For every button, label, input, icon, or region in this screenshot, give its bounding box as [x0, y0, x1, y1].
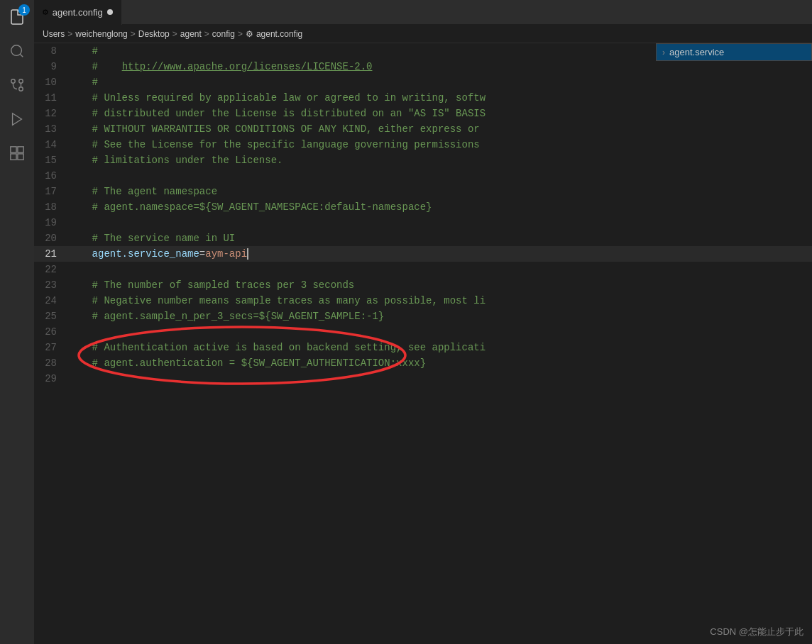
line-number-15: 15 [34, 152, 68, 168]
line-content-19 [68, 215, 812, 231]
line-content-28: # agent.authentication = ${SW_AGENT_AUTH… [68, 355, 812, 371]
svg-line-1 [20, 54, 23, 57]
line-content-12: # distributed under the License is distr… [68, 106, 812, 121]
line-number-8: 8 [34, 43, 68, 59]
breadcrumb: Users > weichenglong > Desktop > agent >… [34, 25, 812, 43]
editor-content[interactable]: › agent.service 8 # 9 # http://www.apach… [34, 43, 812, 644]
line-number-10: 10 [34, 74, 68, 90]
tab-gear-icon: ⚙ [43, 6, 48, 18]
table-row: 28 # agent.authentication = ${SW_AGENT_A… [34, 355, 812, 371]
breadcrumb-sep1: > [67, 29, 72, 39]
line-number-13: 13 [34, 121, 68, 137]
line-number-24: 24 [34, 293, 68, 309]
table-row: 14 # See the License for the specific la… [34, 137, 812, 152]
table-row: 15 # limitations under the License. [34, 152, 812, 168]
table-row: 21 agent.service_name=aym-api [34, 246, 812, 262]
svg-rect-8 [18, 147, 23, 152]
line-number-29: 29 [34, 371, 68, 387]
activity-extensions[interactable] [0, 136, 34, 170]
table-row: 25 # agent.sample_n_per_3_secs=${SW_AGEN… [34, 309, 812, 324]
autocomplete-label: agent.service [669, 47, 724, 57]
breadcrumb-desktop[interactable]: Desktop [138, 29, 170, 39]
activity-run[interactable] [0, 102, 34, 136]
extensions-icon [9, 145, 26, 162]
table-row: 12 # distributed under the License is di… [34, 106, 812, 121]
line-content-24: # Negative number means sample traces as… [68, 293, 812, 309]
svg-point-0 [11, 45, 22, 56]
table-row: 13 # WITHOUT WARRANTIES OR CONDITIONS OF… [34, 121, 812, 137]
breadcrumb-sep2: > [131, 29, 136, 39]
svg-point-2 [11, 79, 16, 84]
line-content-16 [68, 168, 812, 184]
line-number-18: 18 [34, 199, 68, 215]
activity-files[interactable]: 1 [0, 0, 34, 34]
line-content-9: # http://www.apache.org/licenses/LICENSE… [68, 59, 812, 74]
table-row: 19 [34, 215, 812, 231]
line-number-20: 20 [34, 231, 68, 246]
line-number-26: 26 [34, 324, 68, 340]
line-content-27: # Authentication active is based on back… [68, 340, 812, 355]
line-content-25: # agent.sample_n_per_3_secs=${SW_AGENT_S… [68, 309, 812, 324]
line-content-20: # The service name in UI [68, 231, 812, 246]
line-number-11: 11 [34, 90, 68, 106]
autocomplete-dropdown[interactable]: › agent.service [656, 43, 812, 61]
table-row: 10 # [34, 74, 812, 90]
table-row: 27 # Authentication active is based on b… [34, 340, 812, 355]
editor-area: ⚙ agent.config Users > weichenglong > De… [34, 0, 812, 644]
breadcrumb-sep4: > [204, 29, 209, 39]
table-row: 11 # Unless required by applicable law o… [34, 90, 812, 106]
breadcrumb-config[interactable]: config [212, 29, 235, 39]
line-content-17: # The agent namespace [68, 184, 812, 199]
tab-agent-config[interactable]: ⚙ agent.config [34, 0, 122, 25]
line-content-11: # Unless required by applicable law or a… [68, 90, 812, 106]
line-number-9: 9 [34, 59, 68, 74]
breadcrumb-sep3: > [172, 29, 177, 39]
search-icon [9, 43, 26, 60]
csdn-watermark: CSDN @怎能止步于此 [710, 626, 803, 638]
activity-source-control[interactable] [0, 68, 34, 102]
breadcrumb-users[interactable]: Users [43, 29, 65, 39]
tab-title: agent.config [53, 7, 103, 18]
breadcrumb-weichenglong[interactable]: weichenglong [75, 29, 127, 39]
line-number-17: 17 [34, 184, 68, 199]
line-number-28: 28 [34, 355, 68, 371]
badge-count: 1 [18, 4, 30, 16]
activity-search[interactable] [0, 34, 34, 68]
line-content-26 [68, 324, 812, 340]
svg-marker-6 [13, 113, 22, 126]
breadcrumb-file[interactable]: agent.config [256, 29, 302, 39]
svg-point-3 [19, 87, 23, 91]
table-row: 22 [34, 262, 812, 277]
autocomplete-item[interactable]: › agent.service [657, 44, 811, 60]
table-row: 24 # Negative number means sample traces… [34, 293, 812, 309]
source-control-icon [9, 77, 26, 94]
line-number-22: 22 [34, 262, 68, 277]
line-number-14: 14 [34, 137, 68, 152]
line-number-27: 27 [34, 340, 68, 355]
line-number-16: 16 [34, 168, 68, 184]
table-row: 17 # The agent namespace [34, 184, 812, 199]
table-row: 23 # The number of sampled traces per 3 … [34, 277, 812, 293]
table-row: 16 [34, 168, 812, 184]
line-content-29 [68, 371, 812, 387]
line-content-23: # The number of sampled traces per 3 sec… [68, 277, 812, 293]
line-content-13: # WITHOUT WARRANTIES OR CONDITIONS OF AN… [68, 121, 812, 137]
table-row: 20 # The service name in UI [34, 231, 812, 246]
line-number-21: 21 [34, 246, 68, 262]
svg-rect-10 [18, 154, 23, 160]
breadcrumb-sep5: > [238, 29, 243, 39]
line-content-18: # agent.namespace=${SW_AGENT_NAMESPACE:d… [68, 199, 812, 215]
autocomplete-chevron-icon: › [662, 48, 665, 57]
run-icon [9, 111, 26, 128]
tab-bar: ⚙ agent.config [34, 0, 812, 25]
table-row: 9 # http://www.apache.org/licenses/LICEN… [34, 59, 812, 74]
tab-modified-dot [107, 9, 113, 15]
line-content-10: # [68, 74, 812, 90]
svg-rect-9 [11, 154, 16, 160]
line-content-14: # See the License for the specific langu… [68, 137, 812, 152]
table-row: 26 [34, 324, 812, 340]
code-area: 8 # 9 # http://www.apache.org/licenses/L… [34, 43, 812, 644]
breadcrumb-agent[interactable]: agent [180, 29, 202, 39]
table-row: 29 [34, 371, 812, 387]
line-content-22 [68, 262, 812, 277]
